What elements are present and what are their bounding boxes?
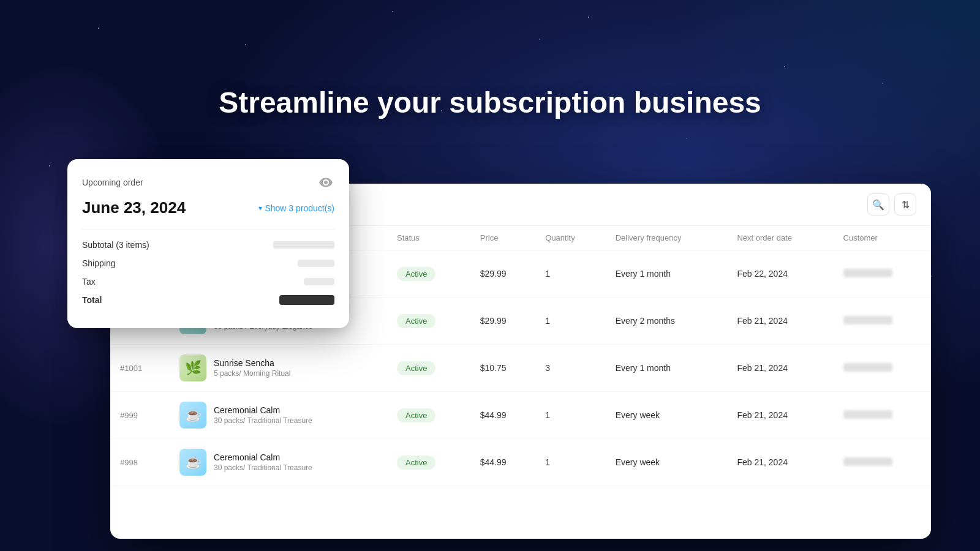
cell-price: $29.99 (470, 250, 535, 298)
cell-delivery-frequency: Every 1 month (606, 250, 728, 298)
popup-date: June 23, 2024 (82, 198, 186, 217)
eye-icon-button[interactable] (317, 174, 334, 191)
cell-price: $44.99 (470, 439, 535, 486)
cell-status: Active (387, 250, 470, 298)
product-name: Ceremonial Calm (214, 405, 312, 415)
product-thumbnail: 🌿 (179, 354, 206, 381)
customer-name (843, 316, 892, 324)
cell-price: $29.99 (470, 298, 535, 345)
popup-title: Upcoming order (82, 178, 143, 187)
status-badge: Active (397, 314, 435, 328)
cell-next-order-date: Feb 21, 2024 (727, 392, 833, 439)
shipping-value (298, 260, 334, 267)
page-title: Streamline your subscription business (219, 86, 761, 119)
product-variant: 5 packs/ Morning Ritual (214, 369, 290, 378)
popup-total-row: Total (82, 295, 334, 305)
cell-product: 🌿 Sunrise Sencha 5 packs/ Morning Ritual (170, 345, 387, 392)
col-price: Price (470, 226, 535, 250)
search-icon: 🔍 (872, 199, 884, 211)
cell-price: $10.75 (470, 345, 535, 392)
subtotal-value (273, 241, 334, 249)
status-badge: Active (397, 361, 435, 375)
product-name: Sunrise Sencha (214, 358, 290, 368)
customer-name (843, 269, 892, 277)
status-badge: Active (397, 455, 435, 470)
cell-status: Active (387, 392, 470, 439)
customer-name (843, 363, 892, 372)
cell-status: Active (387, 345, 470, 392)
cell-next-order-date: Feb 21, 2024 (727, 298, 833, 345)
cell-id: #999 (110, 392, 170, 439)
upcoming-order-popup: Upcoming order June 23, 2024 ▾ Show 3 pr… (67, 159, 349, 328)
cell-next-order-date: Feb 21, 2024 (727, 439, 833, 486)
customer-name (843, 410, 892, 419)
status-badge: Active (397, 267, 435, 281)
customer-name (843, 457, 892, 466)
cell-id: #998 (110, 439, 170, 486)
cell-quantity: 1 (535, 439, 605, 486)
popup-shipping-row: Shipping (82, 258, 334, 268)
popup-divider (82, 230, 334, 230)
product-info: Ceremonial Calm 30 packs/ Traditional Tr… (214, 405, 312, 425)
product-variant: 30 packs/ Traditional Treasure (214, 416, 312, 425)
product-name: Ceremonial Calm (214, 452, 312, 462)
chevron-down-icon: ▾ (258, 204, 262, 212)
col-quantity: Quantity (535, 226, 605, 250)
product-thumb-icon: 🌿 (185, 360, 202, 376)
table-row[interactable]: #999 ☕ Ceremonial Calm 30 packs/ Traditi… (110, 392, 931, 439)
tax-label: Tax (82, 277, 96, 287)
cell-delivery-frequency: Every week (606, 392, 728, 439)
cell-delivery-frequency: Every 2 months (606, 298, 728, 345)
cell-status: Active (387, 298, 470, 345)
cell-quantity: 1 (535, 392, 605, 439)
product-thumbnail: ☕ (179, 402, 206, 429)
table-row[interactable]: #1001 🌿 Sunrise Sencha 5 packs/ Morning … (110, 345, 931, 392)
cell-customer (834, 392, 931, 439)
cell-product: ☕ Ceremonial Calm 30 packs/ Traditional … (170, 392, 387, 439)
col-next-order-date: Next order date (727, 226, 833, 250)
cell-customer (834, 439, 931, 486)
col-delivery-frequency: Delivery frequency (606, 226, 728, 250)
product-thumb-icon: ☕ (185, 454, 202, 470)
sort-icon: ⇅ (902, 199, 910, 211)
total-value (279, 295, 334, 305)
cell-id: #1001 (110, 345, 170, 392)
cell-quantity: 1 (535, 250, 605, 298)
cell-quantity: 3 (535, 345, 605, 392)
cell-customer (834, 298, 931, 345)
show-products-button[interactable]: ▾ Show 3 product(s) (258, 203, 334, 213)
product-thumbnail: ☕ (179, 449, 206, 476)
product-thumb-icon: ☕ (185, 407, 202, 423)
col-customer: Customer (834, 226, 931, 250)
product-variant: 30 packs/ Traditional Treasure (214, 463, 312, 472)
subtotal-label: Subtotal (3 items) (82, 240, 149, 250)
col-status: Status (387, 226, 470, 250)
cell-status: Active (387, 439, 470, 486)
cell-price: $44.99 (470, 392, 535, 439)
status-badge: Active (397, 408, 435, 422)
cell-next-order-date: Feb 22, 2024 (727, 250, 833, 298)
product-info: Ceremonial Calm 30 packs/ Traditional Tr… (214, 452, 312, 472)
popup-tax-row: Tax (82, 277, 334, 287)
cell-customer (834, 250, 931, 298)
cell-next-order-date: Feb 21, 2024 (727, 345, 833, 392)
popup-subtotal-row: Subtotal (3 items) (82, 240, 334, 250)
show-products-label: Show 3 product(s) (265, 203, 334, 213)
shipping-label: Shipping (82, 258, 116, 268)
search-button[interactable]: 🔍 (867, 193, 889, 216)
cell-customer (834, 345, 931, 392)
product-info: Sunrise Sencha 5 packs/ Morning Ritual (214, 358, 290, 378)
tax-value (304, 278, 334, 285)
cell-delivery-frequency: Every 1 month (606, 345, 728, 392)
total-label: Total (82, 295, 102, 305)
cell-quantity: 1 (535, 298, 605, 345)
popup-header: Upcoming order (82, 174, 334, 191)
sort-button[interactable]: ⇅ (894, 193, 916, 216)
popup-date-row: June 23, 2024 ▾ Show 3 product(s) (82, 198, 334, 217)
cell-product: ☕ Ceremonial Calm 30 packs/ Traditional … (170, 439, 387, 486)
cell-delivery-frequency: Every week (606, 439, 728, 486)
table-row[interactable]: #998 ☕ Ceremonial Calm 30 packs/ Traditi… (110, 439, 931, 486)
